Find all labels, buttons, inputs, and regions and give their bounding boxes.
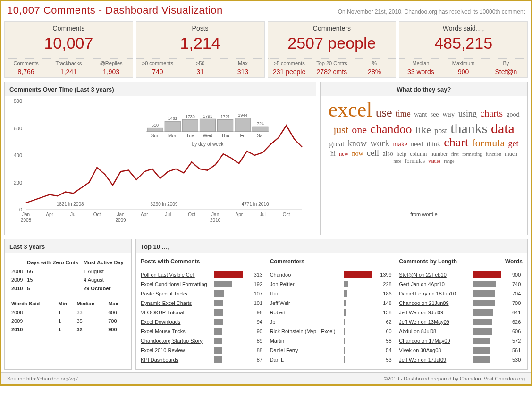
kpi-card: Posts1,214>0 comments740>5031Max313: [136, 21, 265, 78]
svg-text:2009: 2009: [115, 218, 126, 223]
top10-name[interactable]: Chandoo.org Startup Story: [141, 338, 211, 344]
top10-row: Jon Peltier228: [270, 279, 394, 289]
kpi-sub-label: >50: [179, 60, 221, 66]
top10-value: 900: [504, 272, 521, 278]
wordcloud-word: want: [414, 111, 427, 118]
top10-name[interactable]: Jeff Weir on 17Jul09: [399, 357, 470, 363]
svg-rect-39: [235, 118, 251, 132]
svg-text:1721: 1721: [220, 114, 230, 119]
wordcloud-word: cell: [367, 149, 379, 158]
top10-bar: [473, 319, 492, 325]
top10-column: Posts with CommentsPoll on Last Visible …: [141, 258, 264, 364]
kpi-sub-label: Maximum: [442, 60, 485, 66]
svg-text:Apr: Apr: [236, 212, 243, 217]
table-cell: 1: [56, 325, 75, 334]
top10-name[interactable]: Chandoo: [270, 272, 341, 278]
svg-text:Mon: Mon: [168, 133, 177, 138]
kpi-sub: >5031: [179, 60, 221, 76]
wordcloud-word: formulas: [405, 158, 425, 164]
top10-name[interactable]: Robert: [270, 310, 341, 315]
kpi-sub-value[interactable]: Stef@n: [485, 68, 527, 76]
top10-name[interactable]: Paste Special Tricks: [141, 291, 211, 296]
kpi-sub-label: Trackbacks: [47, 60, 90, 66]
svg-text:Oct: Oct: [283, 212, 290, 217]
top10-name[interactable]: Dynamic Excel Charts: [141, 300, 211, 306]
top10-name[interactable]: Poll on Last Visible Cell: [141, 272, 211, 278]
chart-title: Comments Over Time (Last 3 years): [5, 82, 316, 96]
kpi-sub-value[interactable]: 313: [221, 68, 264, 76]
top10-name[interactable]: Jeff Weir on 13May09: [399, 319, 470, 325]
svg-text:Fri: Fri: [240, 133, 245, 138]
table-cell: 900: [106, 325, 127, 334]
top10-name[interactable]: Stef@N on 22Feb10: [399, 272, 470, 278]
kpi-sub-label: By: [485, 60, 527, 66]
top10-name[interactable]: Excel 2010 Review: [141, 347, 211, 353]
top10-name[interactable]: Chandoo on 21Jun09: [399, 300, 470, 306]
top10-name[interactable]: Chandoo on 17May09: [399, 338, 470, 344]
kpi-sub: %28%: [353, 60, 396, 76]
top10-bar: [214, 271, 243, 278]
top10-name[interactable]: Jeff Weir on 9Jul09: [399, 310, 470, 315]
svg-text:800: 800: [14, 98, 22, 104]
top10-name[interactable]: Martin: [270, 338, 341, 344]
svg-text:Jul: Jul: [165, 212, 171, 217]
top10-value: 54: [375, 347, 392, 353]
svg-text:1462: 1462: [168, 116, 177, 121]
kpi-value: 1,214: [180, 34, 220, 52]
top10-name[interactable]: Dan L: [270, 357, 341, 363]
kpi-sub-value: 231 people: [268, 68, 311, 76]
svg-text:510: 510: [152, 123, 159, 127]
top10-bar: [214, 290, 224, 297]
top10-row: Rick Rothstein (Mvp - Excel)60: [270, 327, 394, 336]
top10-name[interactable]: Jp: [270, 319, 341, 325]
top10-name[interactable]: Abdul on 8Jul08: [399, 329, 470, 334]
top10-name[interactable]: VLOOKUP Tutorial: [141, 310, 211, 315]
wordcloud-word: hi: [330, 151, 336, 158]
top10-value: 89: [245, 338, 262, 344]
top10-name[interactable]: Daniel Ferry: [270, 347, 341, 353]
svg-text:Oct: Oct: [93, 212, 101, 217]
top10-name[interactable]: Hui…: [270, 291, 341, 296]
top10-bar: [214, 328, 222, 335]
wordcloud-word: also: [382, 151, 393, 158]
svg-rect-33: [200, 119, 215, 132]
top10-row: Abdul on 8Jul08606: [399, 327, 523, 336]
top10-name[interactable]: Gert-Jan on 4Apr10: [399, 281, 470, 287]
page-subtitle: On November 21st, 2010, Chandoo.org has …: [338, 8, 525, 15]
top10-name[interactable]: Vivek on 30Aug08: [399, 347, 470, 353]
top10-name[interactable]: Daniel Ferry on 18Jun10: [399, 291, 470, 296]
wordcloud-word: using: [458, 110, 477, 118]
kpi-sub: Maximum900: [442, 60, 485, 76]
top10-panel: Top 10 …, Posts with CommentsPoll on Las…: [135, 239, 528, 370]
top10-value: 138: [375, 310, 392, 315]
table-cell: 29 October: [82, 284, 127, 293]
svg-text:Sat: Sat: [257, 133, 264, 138]
comments-over-time-panel: Comments Over Time (Last 3 years) 020040…: [4, 82, 316, 235]
top10-name[interactable]: Excel Conditional Formatting: [141, 281, 211, 287]
top10-name[interactable]: Jeff Weir: [270, 300, 341, 306]
kpi-sub-value: 8,766: [5, 68, 47, 76]
svg-text:Wed: Wed: [203, 133, 212, 138]
top10-name[interactable]: Rick Rothstein (Mvp - Excel): [270, 329, 341, 334]
svg-text:Tue: Tue: [186, 133, 194, 138]
table-header: Most Active Day: [82, 258, 127, 267]
top10-row: Paste Special Tricks107: [141, 289, 264, 298]
svg-text:1821 in 2008: 1821 in 2008: [57, 202, 84, 207]
top10-value: 90: [245, 329, 262, 334]
top10-name[interactable]: KPI Dashboards: [141, 357, 211, 363]
footer-link[interactable]: Visit Chandoo.org: [484, 376, 525, 381]
kpi-sub-value: 2782 cmts: [311, 68, 353, 76]
top10-value: 87: [245, 357, 262, 363]
top10-name[interactable]: Excel Downloads: [141, 319, 211, 325]
kpi-value: 485,215: [434, 34, 492, 52]
wordcloud-word: much: [505, 151, 517, 157]
title-bar: 10,007 Comments - Dashboard Visualizatio…: [1, 1, 531, 21]
wordle-link[interactable]: from wordle: [325, 211, 523, 217]
wordcloud-word: charts: [480, 109, 503, 118]
top10-value: 96: [245, 310, 262, 315]
svg-text:2010: 2010: [210, 218, 221, 223]
top10-name[interactable]: Excel Mouse Tricks: [141, 329, 211, 334]
top10-bar: [214, 281, 232, 287]
top10-name[interactable]: Jon Peltier: [270, 281, 341, 287]
kpi-sub-value: 1,903: [90, 68, 133, 76]
